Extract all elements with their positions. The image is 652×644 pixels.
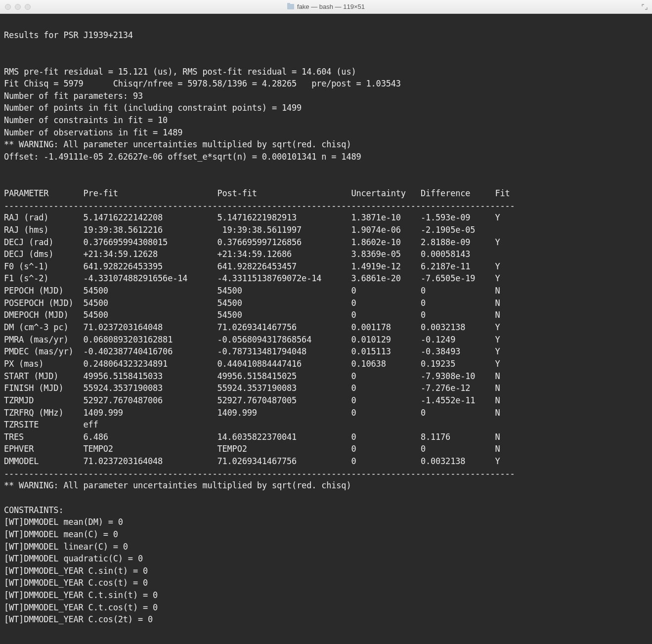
window-titlebar: fake — bash — 119×51 <box>0 0 652 14</box>
folder-icon <box>287 4 294 9</box>
traffic-lights <box>5 4 31 10</box>
zoom-button[interactable] <box>25 4 31 10</box>
window-title-text: fake — bash — 119×51 <box>297 3 365 10</box>
terminal-output[interactable]: Results for PSR J1939+2134 RMS pre-fit r… <box>0 14 652 644</box>
window-title: fake — bash — 119×51 <box>287 3 365 10</box>
close-button[interactable] <box>5 4 11 10</box>
minimize-button[interactable] <box>15 4 21 10</box>
expand-icon[interactable] <box>641 3 648 10</box>
